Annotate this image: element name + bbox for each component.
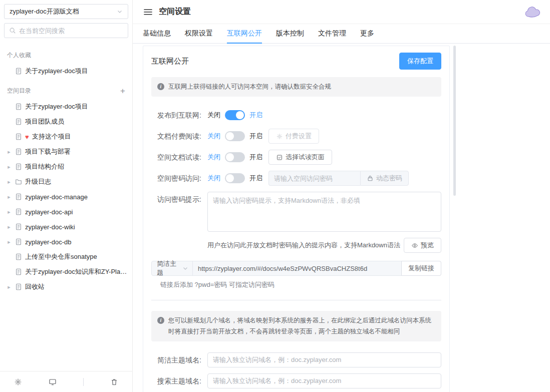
search-input[interactable]	[19, 27, 123, 35]
copy-link-button[interactable]: 复制链接	[401, 261, 441, 276]
sidebar-item[interactable]: ▸ zyplayer-doc-wiki	[0, 219, 132, 234]
tab-basic-info[interactable]: 基础信息	[143, 24, 171, 44]
search-domain-label: 搜索主题域名:	[151, 373, 201, 388]
tab-version-control[interactable]: 版本控制	[276, 24, 304, 44]
sidebar-item[interactable]: ▸ zyplayer-doc-db	[0, 234, 132, 249]
favorite-item[interactable]: 关于zyplayer-doc项目	[0, 64, 132, 79]
trash-icon[interactable]	[110, 378, 118, 386]
search-domain-row: 搜索主题域名:	[151, 373, 441, 388]
search-box[interactable]	[4, 23, 128, 38]
publish-toggle[interactable]	[225, 110, 245, 120]
document-icon	[15, 208, 22, 215]
document-icon	[15, 68, 22, 75]
select-trial-pages-button[interactable]: 选择试读页面	[268, 150, 332, 165]
favorite-item-label: 关于zyplayer-doc项目	[25, 67, 88, 76]
gear-icon[interactable]	[14, 378, 22, 386]
caret-right-icon[interactable]: ▸	[6, 239, 12, 245]
tab-permissions[interactable]: 权限设置	[185, 24, 213, 44]
domain-banner-text: 您可以新规划几个域名，将域名映射到本系统的服务器上，在此绑定之后通过此域名访问本…	[168, 315, 435, 337]
footer-divider	[83, 378, 84, 386]
paid-settings-button[interactable]: 付费设置	[268, 129, 319, 144]
favorites-section-title: 个人收藏	[0, 43, 132, 64]
password-access-label: 空间密码访问:	[151, 171, 201, 186]
share-url: https://zyplayer.com/#/docs/w4eSzPWvQRSB…	[193, 261, 401, 275]
paid-reading-toggle[interactable]	[225, 131, 245, 141]
document-icon	[15, 253, 22, 260]
folder-icon	[15, 178, 22, 185]
trial-reading-toggle[interactable]	[225, 152, 245, 162]
sidebar-item-label: 回收站	[25, 282, 45, 291]
password-off-label: 关闭	[207, 174, 220, 183]
main-area: 空间设置 基础信息 权限设置 互联网公开 版本控制 文件管理 更多 互联网公开 …	[133, 0, 550, 392]
tab-internet-public[interactable]: 互联网公开	[227, 24, 262, 44]
caret-right-icon[interactable]: ▸	[6, 209, 12, 215]
search-domain-input[interactable]	[207, 373, 441, 388]
caret-right-icon[interactable]: ▸	[6, 284, 12, 290]
sidebar-item[interactable]: ▸ zyplayer-doc-manage	[0, 189, 132, 204]
sidebar-item[interactable]: ▸ zyplayer-doc-api	[0, 204, 132, 219]
password-access-row: 空间密码访问: 关闭 开启 动态密码	[151, 171, 441, 186]
paid-on-label: 开启	[249, 132, 262, 141]
main-header: 空间设置	[133, 0, 550, 24]
space-selector-value: zyplayer-doc开源版文档	[10, 7, 79, 16]
app-window: zyplayer-doc开源版文档 个人收藏 关于zyplayer-doc项目 …	[0, 0, 550, 392]
menu-icon[interactable]	[144, 9, 152, 16]
heart-icon: ♥	[25, 134, 29, 140]
document-icon	[15, 133, 22, 140]
trial-on-label: 开启	[249, 153, 262, 162]
sidebar-item[interactable]: ▸ 项目下载与部署	[0, 144, 132, 159]
eye-icon	[411, 242, 418, 249]
sidebar-item[interactable]: 上传至中央仓库sonatype	[0, 249, 132, 264]
password-access-toggle[interactable]	[225, 173, 245, 183]
search-icon	[9, 27, 16, 34]
panel-title: 互联网公开	[151, 57, 189, 66]
tab-more[interactable]: 更多	[360, 24, 374, 44]
publish-row: 发布到互联网: 关闭 开启	[151, 108, 441, 123]
sidebar-item[interactable]: ▸ 升级日志	[0, 174, 132, 189]
simple-domain-input[interactable]	[207, 352, 441, 367]
sidebar-item[interactable]: ♥ 支持这个项目	[0, 129, 132, 144]
document-icon	[15, 223, 22, 230]
tab-file-management[interactable]: 文件管理	[318, 24, 346, 44]
paid-off-label: 关闭	[207, 132, 220, 141]
sidebar-item[interactable]: 关于zyplayer-doc知识库和ZY-Player播放...	[0, 264, 132, 279]
sidebar-footer	[0, 371, 132, 392]
caret-right-icon[interactable]: ▸	[6, 164, 12, 170]
sidebar-item[interactable]: 关于zyplayer-doc项目	[0, 99, 132, 114]
trial-reading-label: 空间文档试读:	[151, 150, 201, 165]
space-selector[interactable]: zyplayer-doc开源版文档	[4, 4, 128, 19]
dynamic-password-button[interactable]: 动态密码	[360, 171, 409, 186]
document-icon	[15, 148, 22, 155]
theme-select[interactable]: 简洁主题	[152, 261, 193, 275]
password-hint-textarea[interactable]	[207, 192, 441, 232]
check-square-icon	[276, 154, 283, 161]
info-icon: i	[157, 317, 164, 324]
caret-right-icon[interactable]: ▸	[6, 149, 12, 155]
caret-right-icon[interactable]: ▸	[6, 224, 12, 230]
share-link-group: 简洁主题 https://zyplayer.com/#/docs/w4eSzPW…	[151, 261, 441, 276]
settings-content: 互联网公开 保存配置 i 互联网上获得链接的人可访问本空间，请确认数据安全合规 …	[133, 44, 457, 392]
simple-domain-label: 简洁主题域名:	[151, 352, 201, 367]
add-doc-button[interactable]: +	[120, 87, 125, 95]
space-password-input[interactable]	[268, 171, 360, 186]
sidebar-item[interactable]: 项目团队成员	[0, 114, 132, 129]
preview-button[interactable]: 预览	[404, 238, 441, 253]
sidebar-item-label: 项目下载与部署	[25, 147, 71, 156]
sidebar-item[interactable]: ▸ 项目结构介绍	[0, 159, 132, 174]
save-config-button[interactable]: 保存配置	[399, 53, 441, 70]
domain-notice-banner: i 您可以新规划几个域名，将域名映射到本系统的服务器上，在此绑定之后通过此域名访…	[151, 311, 441, 341]
caret-right-icon[interactable]: ▸	[6, 179, 12, 185]
scrollbar-thumb[interactable]	[453, 46, 456, 196]
caret-right-icon[interactable]: ▸	[6, 194, 12, 200]
hint-helper-text: 用户在访问此开放文档时密码输入的提示内容，支持Markdown语法	[207, 241, 400, 250]
sidebar-item-recycle[interactable]: ▸ 回收站	[0, 279, 132, 294]
info-icon: i	[157, 83, 164, 90]
sidebar-item-label: zyplayer-doc-api	[25, 208, 73, 216]
board-icon[interactable]	[49, 378, 57, 386]
lock-icon	[367, 175, 374, 182]
document-icon	[15, 268, 22, 275]
directory-section-title: 空间目录 +	[0, 79, 132, 99]
divider	[151, 300, 441, 300]
security-notice-banner: i 互联网上获得链接的人可访问本空间，请确认数据安全合规	[151, 77, 441, 97]
cloud-logo-icon[interactable]	[524, 6, 541, 18]
